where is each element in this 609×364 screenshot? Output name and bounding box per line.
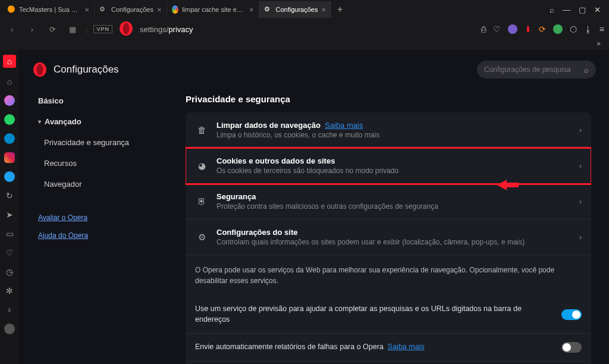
sidebar-item-advanced[interactable]: ▾ Avançado: [31, 111, 162, 132]
opera-icon: [118, 21, 134, 38]
chevron-down-icon: ▾: [38, 118, 41, 125]
settings-page: Configurações ⌕ Básico ▾ Avançado Privac…: [19, 50, 609, 364]
search-icon[interactable]: ⌕: [550, 5, 554, 14]
overflow-bar[interactable]: »: [0, 39, 609, 50]
tab-label: Configurações: [276, 6, 318, 13]
titlebar: 🟠 TecMasters | Sua dose diári × ⚙ Config…: [0, 0, 609, 19]
sidebar-item-privacy[interactable]: Privacidade e segurança: [31, 132, 162, 153]
svg-point-3: [37, 64, 43, 76]
close-icon[interactable]: ×: [249, 5, 254, 14]
row-cookies[interactable]: ◕ Cookies e outros dados de sites Os coo…: [186, 148, 591, 184]
forward-button[interactable]: ›: [25, 25, 39, 34]
address-bar: ‹ › ⟳ ▦ | VPN settings/privacy ⎙ ♡ ⬇ ⟳ ⬡…: [0, 19, 609, 39]
telegram-icon[interactable]: [4, 133, 15, 144]
toggle-prediction: Use um serviço de previsão para ajudar a…: [186, 296, 591, 334]
tab-limpar[interactable]: limpar cache site específic ×: [167, 1, 259, 18]
clock-icon[interactable]: ◷: [4, 266, 15, 277]
close-window-icon[interactable]: ✕: [594, 5, 601, 14]
row-title: Cookies e outros dados de sites: [216, 156, 571, 165]
toggle-crash-reports: Envie automaticamente relatórios de falh…: [186, 334, 591, 362]
chevron-right-icon: ›: [579, 161, 582, 170]
settings-rail-icon[interactable]: ✻: [4, 285, 15, 296]
row-title: Configurações do site: [216, 228, 571, 237]
chevron-right-icon: ›: [579, 125, 582, 134]
row-subtitle: Controlam quais informações os sites pod…: [216, 238, 571, 246]
window-controls: ⌕ — ▢ ✕: [550, 5, 607, 14]
row-subtitle: Limpa o histórico, os cookies, o cache e…: [216, 131, 571, 139]
instagram-icon[interactable]: [4, 152, 15, 163]
tab-label: Configurações: [111, 6, 153, 13]
reload-button[interactable]: ⟳: [45, 25, 59, 34]
row-clear-data[interactable]: 🗑 Limpar dados de navegação Saiba mais L…: [186, 112, 591, 148]
url-field[interactable]: settings/privacy: [140, 25, 475, 34]
close-icon[interactable]: ×: [157, 5, 162, 14]
chevron-right-icon: ›: [579, 233, 582, 241]
more-rail-icon[interactable]: [4, 324, 15, 334]
row-subtitle: Proteção contra sites maliciosos e outra…: [216, 202, 571, 211]
bulb-icon[interactable]: ♀: [4, 305, 15, 315]
new-tab-button[interactable]: +: [331, 4, 349, 15]
whatsapp-icon[interactable]: [4, 114, 15, 125]
toolbar-icons: ⎙ ♡ ⬇ ⟳ ⬡ ⭳ ≡: [481, 24, 604, 34]
sidebar-item-basic[interactable]: Básico: [31, 90, 162, 111]
opera-logo-icon: [32, 62, 48, 77]
minimize-icon[interactable]: —: [563, 5, 570, 14]
toggle-usage-data: Ajude a melhorar o Opera enviando inform…: [186, 362, 591, 364]
tab-config-active[interactable]: ⚙ Configurações ×: [259, 1, 332, 18]
menu-icon[interactable]: ≡: [599, 24, 604, 34]
tab-config-1[interactable]: ⚙ Configurações ×: [95, 1, 167, 18]
download-icon[interactable]: ⭳: [584, 24, 592, 34]
sidebar-link-rate[interactable]: Avaliar o Opera: [31, 209, 162, 227]
favicon-tecmasters: 🟠: [7, 5, 15, 14]
settings-content: Privacidade e segurança 🗑 Limpar dados d…: [162, 83, 597, 364]
extension-purple-icon[interactable]: [508, 24, 517, 34]
toggle-label: Use um serviço de previsão para ajudar a…: [195, 304, 553, 325]
services-description: O Opera pode usar os serviços da Web par…: [186, 255, 591, 296]
search-input[interactable]: [484, 65, 579, 74]
learn-more-link[interactable]: Saiba mais: [388, 343, 425, 351]
close-icon[interactable]: ×: [321, 5, 326, 14]
bookmark-icon[interactable]: ▭: [4, 228, 15, 239]
back-button[interactable]: ‹: [5, 25, 19, 34]
rail-home-icon[interactable]: ⌂: [4, 76, 15, 87]
row-title: Segurança: [216, 192, 571, 201]
send-icon[interactable]: ➤: [4, 209, 15, 220]
cube-icon[interactable]: ⬡: [570, 24, 577, 34]
row-site-settings[interactable]: ⚙ Configurações do site Controlam quais …: [186, 219, 591, 255]
sync-icon[interactable]: ⟳: [539, 24, 546, 34]
heart-icon[interactable]: ♡: [493, 24, 501, 34]
sidebar-item-features[interactable]: Recursos: [31, 153, 162, 174]
sidebar-item-browser[interactable]: Navegador: [31, 174, 162, 194]
chevron-right-icon: ›: [579, 197, 582, 206]
opera-home-icon[interactable]: ⌂: [3, 55, 16, 68]
toggle-label: Envie automaticamente relatórios de falh…: [195, 342, 553, 353]
privacy-card: 🗑 Limpar dados de navegação Saiba mais L…: [186, 112, 591, 364]
shield-icon: ⛨: [195, 196, 208, 206]
page-title: Configurações: [54, 64, 119, 76]
messenger-icon[interactable]: [4, 95, 15, 106]
settings-sidebar: Básico ▾ Avançado Privacidade e seguranç…: [31, 83, 162, 364]
speed-dial-icon[interactable]: ▦: [65, 25, 80, 34]
row-security[interactable]: ⛨ Segurança Proteção contra sites malici…: [186, 184, 591, 219]
close-icon[interactable]: ×: [84, 5, 89, 14]
download-off-icon[interactable]: ⬇: [525, 24, 532, 34]
sidebar-link-help[interactable]: Ajuda do Opera: [31, 227, 162, 244]
gear-icon: ⚙: [264, 5, 272, 14]
learn-more-link[interactable]: Saiba mais: [325, 121, 363, 130]
screenshot-icon[interactable]: ⎙: [481, 24, 486, 34]
vpn-badge[interactable]: VPN: [93, 25, 112, 33]
history-icon[interactable]: ↻: [4, 190, 15, 201]
cookie-icon: ◕: [195, 161, 208, 171]
toggle-switch[interactable]: [561, 342, 582, 353]
toggle-switch[interactable]: [561, 309, 582, 320]
twitter-icon[interactable]: [4, 171, 15, 182]
search-icon: ⌕: [584, 65, 589, 74]
heart-rail-icon[interactable]: ♡: [4, 247, 15, 258]
trash-icon: 🗑: [195, 125, 208, 135]
settings-search[interactable]: ⌕: [477, 61, 596, 79]
tab-tecmasters[interactable]: 🟠 TecMasters | Sua dose diári ×: [2, 1, 95, 18]
page-header: Configurações ⌕: [19, 50, 609, 83]
app-rail: ⌂ ⌂ ↻ ➤ ▭ ♡ ◷ ✻ ♀: [0, 50, 19, 364]
extension-green-icon[interactable]: [553, 24, 563, 34]
maximize-icon[interactable]: ▢: [579, 5, 586, 14]
